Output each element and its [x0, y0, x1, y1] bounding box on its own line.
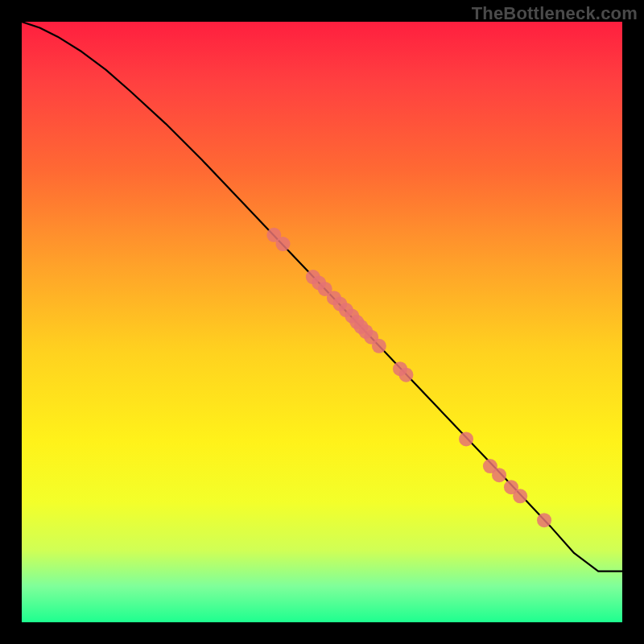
curve-line	[22, 22, 622, 572]
scatter-point	[537, 513, 551, 527]
scatter-points	[266, 228, 551, 527]
chart-stage: TheBottleneck.com	[0, 0, 644, 644]
scatter-point	[513, 489, 527, 503]
scatter-point	[492, 468, 506, 482]
scatter-point	[276, 237, 291, 251]
watermark-text: TheBottleneck.com	[472, 3, 638, 24]
chart-overlay	[22, 22, 622, 622]
scatter-point	[459, 431, 473, 446]
plot-area	[22, 22, 622, 622]
scatter-point	[398, 368, 413, 382]
scatter-point	[372, 339, 386, 353]
